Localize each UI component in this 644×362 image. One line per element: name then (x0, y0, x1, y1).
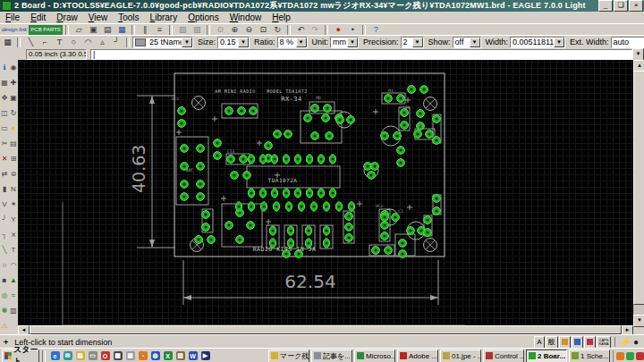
route-icon[interactable]: ┐ (0, 227, 9, 242)
ripup-icon[interactable]: ⨯ (9, 227, 18, 242)
taskbar-task[interactable]: Microso... (354, 349, 395, 362)
help-icon[interactable]: ? (369, 25, 383, 35)
rect-icon[interactable]: ■ (0, 273, 9, 288)
stop-icon[interactable]: ● (332, 25, 345, 35)
lock-icon[interactable]: ▮ (0, 181, 9, 197)
menu-options[interactable]: Options (182, 13, 224, 22)
monitor-icon[interactable]: ▦ (112, 350, 123, 361)
zoom-out-icon[interactable]: ⊖ (242, 25, 256, 35)
pin-icon[interactable]: ∥ (139, 25, 152, 35)
rotate-icon[interactable]: ↻ (9, 105, 18, 121)
word-icon[interactable]: W (187, 350, 199, 361)
size-select[interactable]: 0.15▼ (217, 37, 250, 48)
smash-icon[interactable]: ✶ (9, 197, 18, 212)
ie-icon[interactable]: e (49, 350, 61, 361)
excel-icon[interactable]: X (162, 350, 174, 361)
width-select[interactable]: 0.00511811▼ (510, 37, 565, 48)
folder-chart-icon[interactable]: ▨ (74, 350, 86, 361)
ime-pad-icon[interactable] (584, 336, 596, 349)
grid-icon[interactable]: ▦ (1, 38, 14, 47)
precision-select[interactable]: 2▼ (401, 37, 424, 48)
value-icon[interactable]: V (0, 197, 9, 212)
display-icon[interactable]: ▦ (0, 75, 9, 90)
wire-icon[interactable]: ╲ (24, 38, 38, 47)
change-icon[interactable]: ● (9, 121, 18, 136)
redo-icon[interactable]: ↷ (309, 25, 322, 35)
export-image-icon[interactable]: ▦ (115, 25, 129, 35)
ratsnest-icon[interactable]: ❋ (0, 303, 9, 318)
bend-icon[interactable]: ⌐ (38, 38, 52, 47)
info-icon[interactable]: ℹ (0, 60, 9, 75)
menu-edit[interactable]: Edit (25, 13, 51, 22)
layer-select[interactable]: 25 tNames▼ (132, 37, 193, 48)
miter-icon[interactable]: ╯ (110, 38, 123, 47)
command-input[interactable]: | (90, 49, 632, 60)
arc-icon[interactable]: ◠ (81, 38, 95, 47)
erc-icon[interactable]: ▥ (9, 303, 18, 318)
printer-icon[interactable]: ▤ (124, 350, 136, 361)
horizontal-scrollbar[interactable]: ◄ ► (18, 325, 633, 334)
via-icon[interactable]: ◎ (0, 288, 9, 303)
move-icon[interactable]: ✥ (0, 90, 9, 105)
zoom-in-icon[interactable]: ⊕ (228, 25, 242, 35)
unit-select[interactable]: mm▼ (330, 37, 359, 48)
menu-view[interactable]: View (83, 13, 114, 22)
ext-width-select[interactable]: auto▼ (611, 37, 644, 48)
show-icon[interactable]: ◉ (9, 60, 18, 75)
copy-icon[interactable]: ▣ (9, 90, 18, 105)
window-icon[interactable]: ▭ (87, 350, 98, 361)
replace-icon[interactable]: ⊜ (9, 166, 18, 181)
polygon-icon[interactable]: ▵ (96, 38, 109, 47)
menu-draw[interactable]: Draw (51, 13, 82, 22)
name-icon[interactable]: N (9, 181, 18, 197)
menu-tools[interactable]: Tools (113, 13, 144, 22)
ratio-select[interactable]: 8 %▼ (277, 37, 308, 48)
start-button[interactable]: スタート (2, 349, 39, 362)
errors-icon[interactable]: ⚠ (0, 318, 9, 333)
pcbparts-logo[interactable]: PCB PARTS (29, 25, 62, 35)
text-icon[interactable]: T (53, 38, 66, 47)
circle-icon[interactable]: ○ (67, 38, 80, 47)
ime-dict-icon[interactable] (572, 336, 583, 349)
signal-icon[interactable]: ≈ (9, 288, 18, 303)
taskbar-task[interactable]: マーク残り (268, 349, 309, 362)
taskbar-task[interactable]: 01.jpe - ... (440, 349, 481, 362)
polygon-tool-icon[interactable]: ▲ (9, 273, 18, 288)
mirror-icon[interactable]: ◫ (0, 105, 9, 121)
menu-help[interactable]: Help (267, 13, 296, 22)
vertical-scrollbar[interactable]: ▲ ▼ (633, 60, 644, 325)
cut-icon[interactable]: ✂ (0, 136, 9, 151)
go-icon[interactable]: • (346, 25, 360, 35)
firefox-icon[interactable]: ◔ (137, 350, 148, 361)
pinswap-icon[interactable]: ⇄ (0, 166, 9, 181)
split-icon[interactable]: Y (9, 212, 18, 227)
command-history-dropdown[interactable]: ▼ (632, 48, 644, 61)
close-button[interactable]: × (629, 0, 643, 12)
designlink-logo[interactable]: design link (0, 25, 29, 35)
horizontal-scroll-thumb[interactable] (30, 325, 622, 334)
zoom-redraw-icon[interactable]: ↻ (271, 25, 284, 35)
arc-tool-icon[interactable]: ◠ (9, 257, 18, 273)
msn-icon[interactable]: ◍ (149, 350, 161, 361)
zoom-fit-icon[interactable]: ⊡ (257, 25, 270, 35)
ime-conversion-mode[interactable]: 般 (546, 336, 558, 349)
menu-window[interactable]: Window (225, 13, 267, 22)
restore-button[interactable]: ❏ (614, 0, 628, 12)
taskbar-task[interactable]: Control ... (483, 349, 524, 362)
scroll-down-icon[interactable]: ▼ (633, 315, 644, 327)
image2-icon[interactable]: ▨ (191, 25, 204, 35)
miter-tool-icon[interactable]: ╯ (0, 212, 9, 227)
zoom-select-icon[interactable]: ⊙ (214, 25, 227, 35)
wire-tool-icon[interactable]: ╲ (0, 242, 9, 257)
ime-fast-icon[interactable]: ⚡ (619, 337, 630, 347)
save-icon[interactable]: ▣ (87, 25, 100, 35)
paste-icon[interactable]: ▤ (9, 136, 18, 151)
menu-file[interactable]: File (0, 13, 25, 22)
mark-icon[interactable]: ✚ (9, 75, 18, 90)
delete-icon[interactable]: ✕ (0, 151, 9, 166)
image1-icon[interactable]: ▧ (176, 25, 190, 35)
ime-caps-kana[interactable]: CAPSKANA (597, 336, 612, 349)
opera-icon[interactable]: O (99, 350, 111, 361)
media-icon[interactable]: ▶ (199, 350, 211, 361)
ime-opt-icon[interactable]: ● (633, 337, 639, 347)
